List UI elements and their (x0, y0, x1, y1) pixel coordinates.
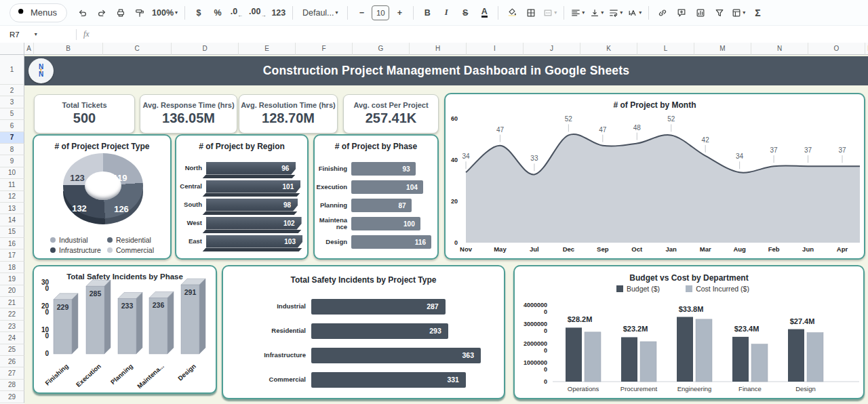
text-rotation-button[interactable]: ▾ (626, 4, 644, 22)
svg-text:Operations: Operations (568, 385, 599, 392)
chart-card-project-type[interactable]: # of Project Project Type 119126132123 I… (33, 134, 172, 260)
row-header[interactable]: 25 (0, 344, 24, 356)
row-header[interactable]: 28 (0, 380, 24, 391)
bar-category-label: North (178, 165, 202, 171)
column-header[interactable]: F (296, 43, 353, 55)
row-header[interactable]: 27 (0, 367, 24, 379)
insert-comment-button[interactable] (673, 4, 690, 22)
row-header[interactable]: 13 (0, 203, 24, 214)
column-header[interactable]: K (580, 43, 637, 55)
chart-card-by-phase[interactable]: # of Project by Phase Finishing93Executi… (313, 134, 439, 260)
row-header[interactable]: 20 (0, 285, 24, 297)
row-header[interactable]: 15 (0, 226, 24, 238)
decrease-font-size-button[interactable]: − (353, 4, 370, 22)
row-header[interactable]: 1 (0, 55, 24, 85)
row-header[interactable]: 9 (0, 155, 24, 167)
paint-format-button[interactable] (131, 4, 149, 22)
menus-search[interactable]: Menus (9, 3, 67, 22)
chart-card-safety-by-phase[interactable]: Total Safety Incidents by Phase 30020010… (33, 265, 217, 394)
column-header[interactable]: H (410, 43, 467, 55)
zoom-select[interactable]: 100%▾ (150, 4, 180, 22)
row-header[interactable]: 10 (0, 167, 24, 179)
strikethrough-button[interactable]: S (456, 4, 474, 22)
row-header[interactable]: 23 (0, 321, 24, 332)
row-header[interactable]: 19 (0, 273, 24, 285)
format-currency-button[interactable]: $ (190, 4, 208, 22)
redo-button[interactable] (93, 4, 111, 22)
font-size-input[interactable]: 10 (372, 5, 389, 20)
functions-button[interactable]: Σ (749, 4, 766, 22)
column-header[interactable]: N (751, 43, 808, 55)
column-header[interactable]: A (24, 43, 34, 55)
print-button[interactable] (112, 4, 130, 22)
chart-card-by-region[interactable]: # of Project by Region North96Central101… (175, 134, 309, 260)
sheet-grid[interactable]: NtN Construction Project Management Dash… (24, 55, 868, 404)
format-percent-button[interactable]: % (209, 4, 226, 22)
column-header[interactable]: M (694, 43, 751, 55)
row-header[interactable]: 17 (0, 249, 24, 261)
row-header[interactable]: 11 (0, 179, 24, 190)
column-header[interactable]: E (239, 43, 296, 55)
vertical-align-button[interactable]: ▾ (588, 4, 606, 22)
svg-text:May: May (494, 245, 507, 253)
more-formats-button[interactable]: 123 (269, 4, 288, 22)
kpi-value: 500 (35, 110, 134, 126)
row-header[interactable]: 14 (0, 214, 24, 226)
create-filter-button[interactable] (711, 4, 728, 22)
text-color-button[interactable]: A (475, 4, 493, 22)
name-box[interactable]: R7 ▾ (0, 31, 69, 39)
column-header[interactable]: G (353, 43, 410, 55)
bold-button[interactable]: B (418, 4, 436, 22)
increase-font-size-button[interactable]: + (391, 4, 408, 22)
increase-decimal-button[interactable]: .00→ (247, 4, 268, 22)
chart-card-budget-vs-cost[interactable]: Budget vs Cost by Department Budget ($)C… (513, 265, 865, 399)
row-header[interactable]: 21 (0, 297, 24, 308)
column-header[interactable]: L (637, 43, 694, 55)
svg-text:52: 52 (565, 115, 573, 123)
svg-text:4000000: 4000000 (524, 302, 547, 308)
row-header[interactable]: 8 (0, 144, 24, 155)
chart-card-projects-by-month[interactable]: # of Project by Month 604020034Nov47May3… (444, 93, 865, 260)
row-header[interactable]: 26 (0, 356, 24, 367)
column-header[interactable]: O (808, 43, 865, 55)
svg-text:0: 0 (544, 366, 547, 373)
svg-text:$23.4M: $23.4M (734, 325, 760, 333)
fill-color-button[interactable] (503, 4, 521, 22)
row-header[interactable]: 2 (0, 85, 24, 96)
merge-cells-button[interactable]: ▾ (541, 4, 559, 22)
bar: 116 (351, 235, 431, 249)
bar: 87 (351, 199, 412, 212)
undo-button[interactable] (74, 4, 92, 22)
row-header[interactable]: 22 (0, 308, 24, 320)
row-header[interactable]: 24 (0, 332, 24, 344)
select-all-corner[interactable] (0, 43, 24, 55)
row-header[interactable]: 18 (0, 262, 24, 273)
column-header[interactable]: J (524, 43, 580, 55)
row-header[interactable]: 29 (0, 391, 24, 403)
column-header[interactable]: C (103, 43, 172, 55)
insert-link-button[interactable] (654, 4, 671, 22)
decrease-decimal-button[interactable]: .0← (228, 4, 245, 22)
svg-text:291: 291 (184, 288, 197, 296)
text-wrap-button[interactable]: ▾ (607, 4, 625, 22)
kpi-value: 136.05M (140, 110, 237, 126)
column-header[interactable]: P (865, 43, 868, 55)
horizontal-align-button[interactable]: ▾ (569, 4, 587, 22)
row-header[interactable]: 12 (0, 191, 24, 203)
column-header[interactable]: D (172, 43, 239, 55)
column-header[interactable]: B (34, 43, 103, 55)
column-header[interactable]: I (467, 43, 524, 55)
table-views-button[interactable]: ▾ (730, 4, 747, 22)
row-header[interactable]: 6 (0, 120, 24, 132)
insert-chart-button[interactable] (692, 4, 709, 22)
donut-value-label: 119 (113, 173, 127, 183)
italic-button[interactable]: I (437, 4, 455, 22)
row-header[interactable]: 7 (0, 132, 24, 144)
font-select[interactable]: Defaul...▾ (298, 4, 342, 22)
chart-card-safety-by-type[interactable]: Total Safety Incidents by Project Type I… (222, 265, 505, 399)
row-header[interactable]: 3 (0, 96, 24, 108)
row-header[interactable]: 5 (0, 108, 24, 120)
row-header[interactable]: 16 (0, 238, 24, 249)
borders-button[interactable] (522, 4, 540, 22)
bar-category-label: Commercial (226, 376, 306, 383)
